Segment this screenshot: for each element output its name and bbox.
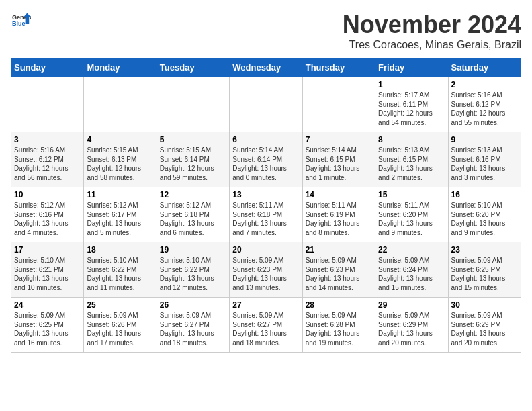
day-info: Sunrise: 5:17 AM Sunset: 6:11 PM Dayligh… — [378, 91, 445, 127]
calendar-cell — [84, 77, 157, 132]
weekday-header-row: SundayMondayTuesdayWednesdayThursdayFrid… — [11, 58, 521, 77]
calendar-cell: 4Sunrise: 5:15 AM Sunset: 6:13 PM Daylig… — [84, 132, 157, 187]
day-number: 20 — [232, 245, 299, 255]
calendar-cell: 9Sunrise: 5:13 AM Sunset: 6:16 PM Daylig… — [448, 132, 521, 187]
calendar-cell: 28Sunrise: 5:09 AM Sunset: 6:28 PM Dayli… — [302, 298, 375, 353]
day-number: 10 — [14, 190, 81, 199]
calendar-cell: 21Sunrise: 5:09 AM Sunset: 6:23 PM Dayli… — [302, 242, 375, 298]
day-number: 6 — [232, 135, 299, 144]
day-number: 7 — [306, 135, 372, 144]
day-info: Sunrise: 5:09 AM Sunset: 6:25 PM Dayligh… — [451, 256, 518, 292]
weekday-header-tuesday: Tuesday — [157, 58, 229, 77]
calendar-week-3: 10Sunrise: 5:12 AM Sunset: 6:16 PM Dayli… — [11, 187, 521, 242]
calendar-cell: 1Sunrise: 5:17 AM Sunset: 6:11 PM Daylig… — [375, 77, 448, 132]
day-number: 19 — [160, 245, 226, 255]
day-number: 12 — [160, 190, 226, 199]
day-info: Sunrise: 5:15 AM Sunset: 6:14 PM Dayligh… — [160, 146, 226, 182]
day-info: Sunrise: 5:14 AM Sunset: 6:15 PM Dayligh… — [306, 146, 372, 182]
logo: General Blue — [11, 11, 31, 30]
day-info: Sunrise: 5:09 AM Sunset: 6:29 PM Dayligh… — [378, 311, 445, 347]
calendar-cell: 17Sunrise: 5:10 AM Sunset: 6:21 PM Dayli… — [11, 242, 84, 298]
calendar-table: SundayMondayTuesdayWednesdayThursdayFrid… — [11, 58, 521, 353]
weekday-header-saturday: Saturday — [448, 58, 521, 77]
calendar-cell: 14Sunrise: 5:11 AM Sunset: 6:19 PM Dayli… — [302, 187, 375, 242]
calendar-cell: 8Sunrise: 5:13 AM Sunset: 6:15 PM Daylig… — [375, 132, 448, 187]
day-info: Sunrise: 5:12 AM Sunset: 6:18 PM Dayligh… — [160, 201, 226, 237]
day-number: 29 — [378, 300, 445, 310]
weekday-header-sunday: Sunday — [11, 58, 84, 77]
calendar-cell: 29Sunrise: 5:09 AM Sunset: 6:29 PM Dayli… — [375, 298, 448, 353]
day-number: 26 — [160, 300, 226, 310]
day-info: Sunrise: 5:10 AM Sunset: 6:22 PM Dayligh… — [87, 256, 153, 292]
calendar-cell: 20Sunrise: 5:09 AM Sunset: 6:23 PM Dayli… — [230, 242, 302, 298]
day-info: Sunrise: 5:09 AM Sunset: 6:25 PM Dayligh… — [14, 311, 81, 347]
calendar-cell — [157, 77, 229, 132]
calendar-cell: 12Sunrise: 5:12 AM Sunset: 6:18 PM Dayli… — [157, 187, 229, 242]
day-info: Sunrise: 5:12 AM Sunset: 6:17 PM Dayligh… — [87, 201, 153, 237]
title-block: November 2024 Tres Coracoes, Minas Gerai… — [343, 11, 521, 51]
calendar-cell — [11, 77, 84, 132]
weekday-header-thursday: Thursday — [302, 58, 375, 77]
day-info: Sunrise: 5:09 AM Sunset: 6:28 PM Dayligh… — [306, 311, 372, 347]
calendar-week-4: 17Sunrise: 5:10 AM Sunset: 6:21 PM Dayli… — [11, 242, 521, 298]
day-number: 8 — [378, 135, 445, 144]
day-info: Sunrise: 5:13 AM Sunset: 6:15 PM Dayligh… — [378, 146, 445, 182]
day-info: Sunrise: 5:09 AM Sunset: 6:24 PM Dayligh… — [378, 256, 445, 292]
calendar-cell: 22Sunrise: 5:09 AM Sunset: 6:24 PM Dayli… — [375, 242, 448, 298]
day-number: 30 — [451, 300, 518, 310]
day-number: 23 — [451, 245, 518, 255]
day-number: 2 — [451, 80, 518, 89]
svg-text:Blue: Blue — [12, 20, 26, 27]
weekday-header-monday: Monday — [84, 58, 157, 77]
day-info: Sunrise: 5:09 AM Sunset: 6:23 PM Dayligh… — [306, 256, 372, 292]
calendar-cell — [302, 77, 375, 132]
calendar-cell: 11Sunrise: 5:12 AM Sunset: 6:17 PM Dayli… — [84, 187, 157, 242]
day-number: 22 — [378, 245, 445, 255]
day-number: 15 — [378, 190, 445, 199]
month-title: November 2024 — [343, 11, 521, 39]
day-info: Sunrise: 5:09 AM Sunset: 6:29 PM Dayligh… — [451, 311, 518, 347]
day-number: 24 — [14, 300, 81, 310]
calendar-cell: 18Sunrise: 5:10 AM Sunset: 6:22 PM Dayli… — [84, 242, 157, 298]
day-number: 13 — [232, 190, 299, 199]
day-number: 17 — [14, 245, 81, 255]
day-number: 14 — [306, 190, 372, 199]
calendar-cell: 2Sunrise: 5:16 AM Sunset: 6:12 PM Daylig… — [448, 77, 521, 132]
day-info: Sunrise: 5:09 AM Sunset: 6:27 PM Dayligh… — [160, 311, 226, 347]
location: Tres Coracoes, Minas Gerais, Brazil — [343, 39, 521, 51]
calendar-cell: 10Sunrise: 5:12 AM Sunset: 6:16 PM Dayli… — [11, 187, 84, 242]
weekday-header-wednesday: Wednesday — [230, 58, 302, 77]
day-info: Sunrise: 5:11 AM Sunset: 6:19 PM Dayligh… — [306, 201, 372, 237]
day-info: Sunrise: 5:09 AM Sunset: 6:27 PM Dayligh… — [232, 311, 299, 347]
calendar-cell: 27Sunrise: 5:09 AM Sunset: 6:27 PM Dayli… — [230, 298, 302, 353]
calendar-cell: 30Sunrise: 5:09 AM Sunset: 6:29 PM Dayli… — [448, 298, 521, 353]
calendar-cell: 13Sunrise: 5:11 AM Sunset: 6:18 PM Dayli… — [230, 187, 302, 242]
day-info: Sunrise: 5:12 AM Sunset: 6:16 PM Dayligh… — [14, 201, 81, 237]
calendar-cell: 15Sunrise: 5:11 AM Sunset: 6:20 PM Dayli… — [375, 187, 448, 242]
day-info: Sunrise: 5:10 AM Sunset: 6:22 PM Dayligh… — [160, 256, 226, 292]
calendar-cell: 3Sunrise: 5:16 AM Sunset: 6:12 PM Daylig… — [11, 132, 84, 187]
calendar-cell: 26Sunrise: 5:09 AM Sunset: 6:27 PM Dayli… — [157, 298, 229, 353]
day-info: Sunrise: 5:15 AM Sunset: 6:13 PM Dayligh… — [87, 146, 153, 182]
day-info: Sunrise: 5:09 AM Sunset: 6:23 PM Dayligh… — [232, 256, 299, 292]
calendar-week-1: 1Sunrise: 5:17 AM Sunset: 6:11 PM Daylig… — [11, 77, 521, 132]
weekday-header-friday: Friday — [375, 58, 448, 77]
calendar-week-2: 3Sunrise: 5:16 AM Sunset: 6:12 PM Daylig… — [11, 132, 521, 187]
logo-icon: General Blue — [12, 11, 31, 30]
day-info: Sunrise: 5:10 AM Sunset: 6:21 PM Dayligh… — [14, 256, 81, 292]
day-number: 4 — [87, 135, 153, 144]
day-info: Sunrise: 5:16 AM Sunset: 6:12 PM Dayligh… — [14, 146, 81, 182]
day-number: 18 — [87, 245, 153, 255]
calendar-cell: 23Sunrise: 5:09 AM Sunset: 6:25 PM Dayli… — [448, 242, 521, 298]
day-info: Sunrise: 5:16 AM Sunset: 6:12 PM Dayligh… — [451, 91, 518, 127]
calendar-cell: 25Sunrise: 5:09 AM Sunset: 6:26 PM Dayli… — [84, 298, 157, 353]
day-info: Sunrise: 5:13 AM Sunset: 6:16 PM Dayligh… — [451, 146, 518, 182]
day-number: 3 — [14, 135, 81, 144]
day-number: 16 — [451, 190, 518, 199]
calendar-week-5: 24Sunrise: 5:09 AM Sunset: 6:25 PM Dayli… — [11, 298, 521, 353]
day-info: Sunrise: 5:11 AM Sunset: 6:20 PM Dayligh… — [378, 201, 445, 237]
calendar-cell: 19Sunrise: 5:10 AM Sunset: 6:22 PM Dayli… — [157, 242, 229, 298]
calendar-cell: 5Sunrise: 5:15 AM Sunset: 6:14 PM Daylig… — [157, 132, 229, 187]
day-number: 21 — [306, 245, 372, 255]
calendar-cell — [230, 77, 302, 132]
